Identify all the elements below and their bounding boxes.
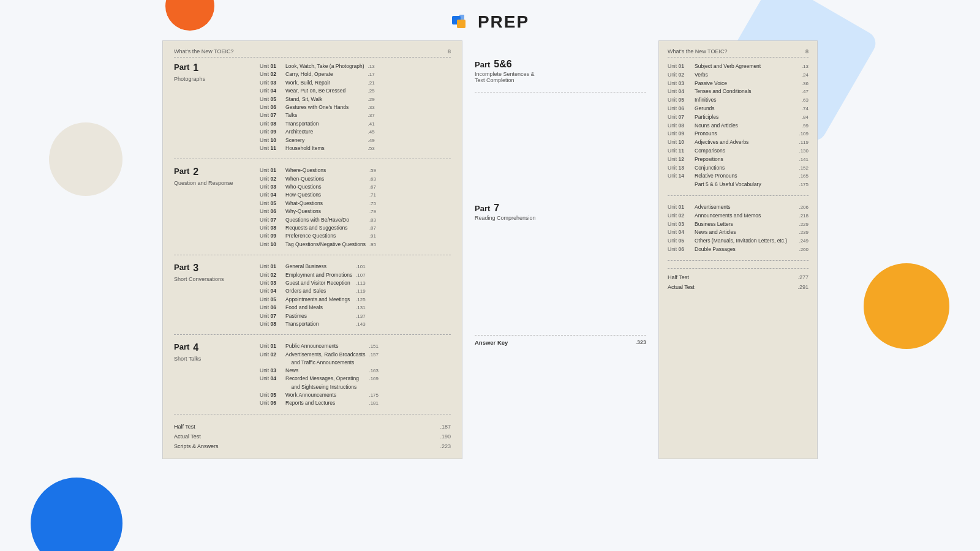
left-header-title: What's the New TOEIC? bbox=[174, 48, 233, 54]
unit-row: Unit 05Appointments and Meetings.125 bbox=[260, 296, 366, 304]
decorative-circle-blue-bottom bbox=[31, 478, 123, 551]
part-2-units: Unit 01Where-Questions.59 Unit 02When-Qu… bbox=[260, 167, 376, 249]
unit-row: Unit 12Prepositions.141 bbox=[668, 156, 809, 164]
unit-row: Unit 06Gerunds.74 bbox=[668, 105, 809, 113]
answer-key-page: .323 bbox=[635, 339, 646, 346]
right-toc-page: What's the New TOEIC? 8 Unit 01Subject a… bbox=[658, 40, 818, 459]
unit-row: Unit 05Work Announcements.175 bbox=[260, 391, 379, 399]
unit-row: Unit 01Advertisements.206 bbox=[668, 203, 809, 212]
logo-container: PREP bbox=[451, 11, 529, 33]
unit-row: Unit 04Recorded Messages, Operating and … bbox=[260, 375, 379, 391]
left-toc-page: What's the New TOEIC? 8 Part 1 Photograp… bbox=[162, 40, 462, 459]
part-7-header: Part 7 bbox=[475, 203, 646, 214]
unit-row: Unit 01Look, Watch, Take (a Photograph).… bbox=[260, 62, 375, 70]
unit-row: Unit 10Scenery.49 bbox=[260, 137, 375, 144]
part-7-num: 7 bbox=[494, 203, 499, 214]
unit-row: Unit 03Business Letters.229 bbox=[668, 220, 809, 229]
unit-row: Unit 10Tag Questions/Negative Questions.… bbox=[260, 241, 376, 249]
scripts-answers-row: Scripts & Answers.223 bbox=[174, 441, 451, 451]
unit-row: Unit 11Comparisons.130 bbox=[668, 147, 809, 156]
part-4-subtitle: Short Talks bbox=[174, 356, 247, 362]
unit-row: Unit 09Architecture.45 bbox=[260, 128, 375, 136]
part-1-section: Part 1 Photographs Unit 01Look, Watch, T… bbox=[174, 62, 451, 159]
unit-row: Unit 01Where-Questions.59 bbox=[260, 167, 376, 174]
answer-key-row: Answer Key .323 bbox=[475, 339, 646, 346]
right-part-7-section: Unit 01Advertisements.206 Unit 02Announc… bbox=[668, 203, 809, 261]
left-toc-header: What's the New TOEIC? 8 bbox=[174, 48, 451, 58]
right-header-title: What's the New TOEIC? bbox=[668, 48, 727, 54]
unit-row: Unit 06Food and Meals.131 bbox=[260, 304, 366, 312]
part-56-subtitle-2: Text Completion bbox=[475, 77, 646, 83]
part-1-num: 1 bbox=[193, 62, 198, 73]
part-7-subtitle: Reading Comprehension bbox=[475, 215, 646, 221]
part-3-num: 3 bbox=[193, 263, 198, 274]
header: PREP bbox=[0, 0, 980, 40]
dashed-line bbox=[475, 335, 646, 335]
unit-row: Unit 04News and Articles.239 bbox=[668, 228, 809, 237]
part-1-label: Part bbox=[174, 62, 189, 72]
unit-row: Unit 02Announcements and Memos.218 bbox=[668, 212, 809, 220]
svg-rect-2 bbox=[459, 15, 464, 20]
unit-row: Unit 09Preference Questions.91 bbox=[260, 232, 376, 240]
unit-row: Unit 01Subject and Verb Agreement.13 bbox=[668, 62, 809, 71]
unit-row: Unit 07Pastimes.137 bbox=[260, 312, 366, 320]
right-bottom-tests: Half Test.277 Actual Test.291 bbox=[668, 268, 809, 292]
part-2-num: 2 bbox=[193, 167, 198, 178]
unit-row: Unit 03Who-Questions.67 bbox=[260, 183, 376, 191]
unit-row: Unit 01Public Announcements.151 bbox=[260, 342, 379, 350]
unit-row: Unit 10Adjectives and Adverbs.119 bbox=[668, 138, 809, 147]
part-56-block: Part 5&6 Incomplete Sentences & Text Com… bbox=[475, 59, 646, 92]
unit-row: Unit 03News.163 bbox=[260, 367, 379, 375]
unit-row: Unit 05Infinitives.63 bbox=[668, 96, 809, 105]
part-3-header: Part 3 bbox=[174, 263, 247, 274]
unit-row: Unit 05Others (Manuals, Invitation Lette… bbox=[668, 237, 809, 246]
unit-row: Unit 06Why-Questions.79 bbox=[260, 208, 376, 216]
answer-key-block: Answer Key .323 bbox=[475, 331, 646, 346]
unit-row: Unit 07Participles.84 bbox=[668, 113, 809, 122]
unit-row: Unit 08Transportation.143 bbox=[260, 320, 366, 328]
unit-row: Unit 08Nouns and Articles.99 bbox=[668, 122, 809, 130]
unit-row: Unit 03Passive Voice.36 bbox=[668, 80, 809, 88]
unit-row: Unit 02Carry, Hold, Operate.17 bbox=[260, 70, 375, 78]
part-3-section: Part 3 Short Conversations Unit 01Genera… bbox=[174, 263, 451, 335]
right-header-page: 8 bbox=[805, 48, 809, 54]
unit-row: Unit 04Wear, Put on, Be Dressed.25 bbox=[260, 87, 375, 95]
unit-row: Unit 02Employment and Promotions.107 bbox=[260, 271, 366, 279]
part-4-units: Unit 01Public Announcements.151 Unit 02A… bbox=[260, 342, 379, 407]
part-4-header: Part 4 bbox=[174, 342, 247, 353]
unit-row: Unit 02Advertisements, Radio Broadcasts … bbox=[260, 351, 379, 367]
unit-row: Unit 14Relative Pronouns.165 bbox=[668, 172, 809, 181]
unit-row: Unit 08Transportation.41 bbox=[260, 120, 375, 128]
unit-row: Unit 04How-Questions.71 bbox=[260, 191, 376, 199]
right-part-56-section: Unit 01Subject and Verb Agreement.13 Uni… bbox=[668, 62, 809, 196]
right-half-test: Half Test.277 bbox=[668, 272, 809, 282]
right-toc-header: What's the New TOEIC? 8 bbox=[668, 48, 809, 58]
part-2-subtitle: Question and Response bbox=[174, 180, 247, 186]
part-56-subtitle-1: Incomplete Sentences & bbox=[475, 71, 646, 77]
unit-row: Unit 09Pronouns.109 bbox=[668, 130, 809, 138]
part-56-num: 5&6 bbox=[494, 59, 511, 70]
unit-row: Unit 04Tenses and Conditionals.47 bbox=[668, 88, 809, 96]
prep-logo-icon bbox=[451, 11, 473, 33]
right-actual-test: Actual Test.291 bbox=[668, 282, 809, 292]
unit-row: Unit 11Household Items.53 bbox=[260, 144, 375, 152]
part-4-num: 4 bbox=[193, 342, 198, 353]
part-1-units: Unit 01Look, Watch, Take (a Photograph).… bbox=[260, 62, 375, 152]
unit-row: Unit 03Guest and Visitor Reception.113 bbox=[260, 279, 366, 287]
logo-text: PREP bbox=[478, 12, 529, 32]
unit-row: Unit 13Conjunctions.152 bbox=[668, 164, 809, 173]
part-7-block: Part 7 Reading Comprehension bbox=[475, 203, 646, 221]
unit-row: Unit 06Double Passages.260 bbox=[668, 246, 809, 254]
svg-rect-1 bbox=[457, 20, 466, 28]
unit-row: Unit 05What-Questions.75 bbox=[260, 200, 376, 208]
unit-row: Part 5 & 6 Useful Vocabulary.175 bbox=[668, 181, 809, 189]
part-1-header: Part 1 bbox=[174, 62, 247, 73]
part-2-section: Part 2 Question and Response Unit 01Wher… bbox=[174, 167, 451, 255]
left-bottom-tests: Half Test.187 Actual Test.190 Scripts & … bbox=[174, 422, 451, 452]
unit-row: Unit 06Gestures with One's Hands.33 bbox=[260, 103, 375, 111]
actual-test-row: Actual Test.190 bbox=[174, 432, 451, 441]
part-2-header: Part 2 bbox=[174, 167, 247, 178]
left-header-page: 8 bbox=[448, 48, 451, 54]
unit-row: Unit 02Verbs.24 bbox=[668, 71, 809, 80]
half-test-row: Half Test.187 bbox=[174, 422, 451, 432]
